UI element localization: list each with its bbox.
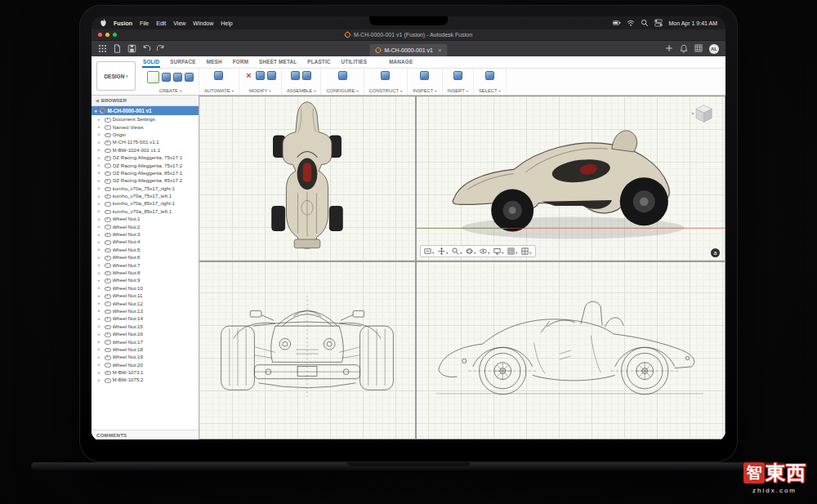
menu-edit[interactable]: Edit — [156, 20, 166, 26]
browser-item[interactable]: ▸Wheel Nut:20 — [92, 361, 199, 368]
viewport-select-button[interactable]: ▾ — [423, 247, 435, 256]
browser-root-item[interactable]: ▾ M-CH-0000-001 v1 — [92, 106, 199, 115]
viewport-front-view[interactable] — [199, 261, 415, 439]
disclosure-icon[interactable]: ▸ — [98, 194, 102, 198]
data-panel-icon[interactable] — [98, 44, 107, 53]
browser-item[interactable]: ▸Wheel Nut:4 — [92, 238, 199, 245]
visibility-eye-icon[interactable] — [105, 239, 111, 244]
disclosure-icon[interactable]: ▸ — [98, 316, 102, 321]
disclosure-icon[interactable]: ▸ — [98, 278, 102, 283]
browser-item[interactable]: ▸kumho_v70a_75x17_left:1 — [92, 192, 199, 199]
visibility-eye-icon[interactable] — [105, 277, 111, 283]
visibility-eye-icon[interactable] — [105, 216, 111, 221]
visibility-eye-icon[interactable] — [105, 185, 111, 191]
visibility-eye-icon[interactable] — [105, 301, 111, 306]
disclosure-icon[interactable]: ▸ — [98, 140, 102, 145]
disclosure-icon[interactable]: ▸ — [98, 301, 102, 306]
close-tab-icon[interactable]: × — [438, 47, 442, 54]
visibility-eye-icon[interactable] — [105, 323, 111, 329]
visibility-eye-icon[interactable] — [105, 292, 111, 298]
viewport-perspective-view[interactable]: ▾▾▾▾▾▾▾▾ a — [415, 96, 725, 261]
ribbon-group-label[interactable]: CONSTRUCT — [369, 88, 399, 93]
disclosure-icon[interactable]: ▸ — [98, 170, 102, 175]
visibility-eye-icon[interactable] — [105, 163, 111, 168]
browser-item[interactable]: ▸Wheel Nut:13 — [92, 307, 199, 314]
browser-item[interactable]: ▸Wheel Nut:14 — [92, 314, 199, 322]
ribbon-group-label[interactable]: CREATE — [159, 88, 178, 93]
disclosure-icon[interactable]: ▸ — [98, 185, 102, 190]
browser-item[interactable]: ▸OZ Racing Alleggerita, 85x17:2 — [92, 176, 199, 184]
browser-item[interactable]: ▸kumho_v70a_75x17_right:1 — [92, 185, 199, 192]
undo-icon[interactable] — [142, 44, 151, 53]
browser-item[interactable]: ▸OZ Racing Alleggerita, 75x17:2 — [92, 161, 199, 168]
visibility-eye-icon[interactable] — [105, 177, 111, 183]
user-avatar[interactable]: AL — [709, 44, 719, 54]
visibility-eye-icon[interactable] — [105, 308, 111, 314]
disclosure-icon[interactable]: ▸ — [98, 117, 102, 122]
construct-plane-icon[interactable] — [381, 71, 390, 80]
visibility-eye-icon[interactable] — [105, 193, 111, 198]
disclosure-icon[interactable]: ▸ — [98, 332, 102, 337]
disclosure-icon[interactable]: ▸ — [98, 132, 102, 136]
visibility-eye-icon[interactable] — [105, 315, 111, 321]
window-titlebar[interactable]: M-CH-0000-001 v1 (Fusion) - Autodesk Fus… — [92, 29, 725, 41]
viewport-side-view[interactable] — [415, 261, 725, 439]
visibility-eye-icon[interactable] — [105, 262, 111, 268]
ribbon-tab-surface[interactable]: SURFACE — [169, 57, 197, 68]
ribbon-group-label[interactable]: MODIFY — [249, 88, 268, 93]
disclosure-icon[interactable]: ▸ — [98, 232, 102, 237]
create-solid-icon[interactable] — [162, 73, 171, 82]
visibility-eye-icon[interactable] — [105, 254, 111, 260]
pan-button[interactable]: ▾ — [437, 247, 449, 256]
disclosure-icon[interactable]: ▸ — [98, 155, 102, 160]
save-icon[interactable] — [127, 44, 136, 53]
disclosure-icon[interactable]: ▸ — [98, 262, 102, 267]
visibility-eye-icon[interactable] — [105, 270, 111, 275]
menu-fusion[interactable]: Fusion — [114, 20, 132, 26]
delete-icon[interactable]: × — [244, 71, 253, 80]
viewport-vertical-splitter[interactable] — [415, 96, 417, 439]
document-tab[interactable]: M-CH-0000-001 v1 × — [369, 44, 447, 56]
ribbon-group-label[interactable]: CONFIGURE — [326, 88, 355, 93]
ribbon-tab-plastic[interactable]: PLASTIC — [306, 57, 331, 68]
job-status-icon[interactable] — [694, 44, 703, 53]
visibility-eye-icon[interactable] — [105, 124, 111, 130]
browser-item[interactable]: ▸Wheel Nut:2 — [92, 222, 199, 230]
viewport-top-view[interactable] — [199, 96, 415, 261]
disclosure-icon[interactable]: ▸ — [98, 255, 102, 260]
browser-item[interactable]: ▸Wheel Nut:12 — [92, 299, 199, 306]
browser-item[interactable]: ▸kumho_v70a_85x17_right:1 — [92, 199, 199, 207]
disclosure-icon[interactable]: ▸ — [98, 247, 102, 252]
visibility-eye-icon[interactable] — [105, 331, 111, 337]
browser-item[interactable]: ▸Wheel Nut:10 — [92, 284, 199, 292]
apple-logo-icon[interactable] — [100, 19, 107, 27]
viewport[interactable]: ▾▾▾▾▾▾▾▾ a — [199, 96, 725, 439]
visibility-eye-icon[interactable] — [105, 154, 111, 160]
extensions-plus-icon[interactable] — [665, 44, 674, 53]
new-component-icon[interactable] — [291, 71, 300, 80]
redo-icon[interactable] — [157, 44, 166, 53]
disclosure-icon[interactable]: ▸ — [98, 323, 102, 328]
visibility-eye-icon[interactable] — [105, 116, 111, 122]
ribbon-tab-solid[interactable]: SOLID — [142, 57, 160, 68]
disclosure-icon[interactable]: ▸ — [98, 308, 102, 313]
disclosure-icon[interactable]: ▸ — [98, 124, 102, 129]
visibility-eye-icon[interactable] — [105, 139, 111, 145]
joint-icon[interactable] — [302, 71, 311, 80]
ribbon-tab-sheet-metal[interactable]: SHEET METAL — [258, 57, 297, 68]
menu-help[interactable]: Help — [221, 20, 232, 26]
ribbon-tab-mesh[interactable]: MESH — [206, 57, 223, 68]
primitive-icon[interactable] — [185, 73, 194, 82]
combine-icon[interactable] — [267, 71, 276, 80]
browser-item[interactable]: ▸OZ Racing Alleggerita, 75x17:1 — [92, 154, 199, 161]
browser-item[interactable]: ▸kumho_v70a_85x17_left:1 — [92, 207, 199, 215]
automate-icon[interactable] — [214, 71, 223, 80]
ribbon-group-label[interactable]: INSPECT — [413, 88, 433, 93]
zoom-button[interactable]: ▾ — [451, 247, 463, 256]
workspace-selector[interactable]: DESIGN ▾ — [96, 61, 136, 91]
disclosure-icon[interactable]: ▸ — [98, 224, 102, 229]
comments-bar[interactable]: COMMENTS — [92, 430, 199, 439]
disclosure-icon[interactable]: ▸ — [98, 201, 102, 206]
new-sketch-icon[interactable] — [147, 71, 159, 83]
disclosure-icon[interactable]: ▸ — [98, 370, 102, 375]
